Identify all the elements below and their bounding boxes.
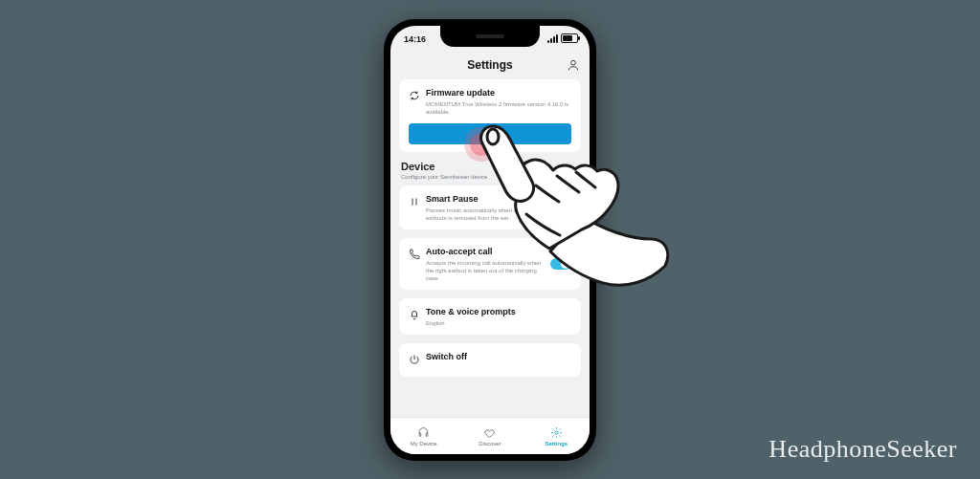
status-time: 14:16 [404, 34, 426, 44]
hand-cursor-illustration [469, 122, 670, 314]
phone-icon [409, 247, 420, 264]
bell-icon [409, 307, 420, 324]
page-header: Settings [390, 51, 590, 79]
tab-my-device-label: My Device [411, 441, 437, 446]
svg-point-0 [571, 60, 576, 65]
tab-bar: My Device Discover Settings [390, 417, 590, 454]
svg-point-1 [555, 430, 558, 433]
refresh-icon [409, 88, 420, 105]
battery-icon [561, 33, 578, 43]
tab-settings[interactable]: Settings [523, 418, 590, 454]
power-icon [409, 352, 420, 369]
tab-my-device[interactable]: My Device [390, 418, 457, 454]
page-title: Settings [467, 58, 512, 72]
notch [440, 26, 540, 47]
status-right [547, 33, 578, 43]
tab-discover-label: Discover [479, 441, 501, 446]
switch-off-card[interactable]: Switch off [399, 343, 581, 377]
firmware-title: Firmware update [426, 87, 571, 98]
tab-settings-label: Settings [545, 441, 568, 446]
svg-point-2 [487, 129, 499, 144]
switch-off-title: Switch off [426, 351, 571, 362]
pause-icon [409, 194, 420, 211]
profile-icon[interactable] [567, 58, 580, 72]
tab-discover[interactable]: Discover [457, 418, 523, 454]
signal-icon [547, 34, 558, 43]
watermark: HeadphoneSeeker [768, 435, 957, 464]
tone-subtitle: English [426, 319, 571, 327]
firmware-subtitle: MOMENTUM True Wireless 2 firmware versio… [426, 100, 571, 116]
